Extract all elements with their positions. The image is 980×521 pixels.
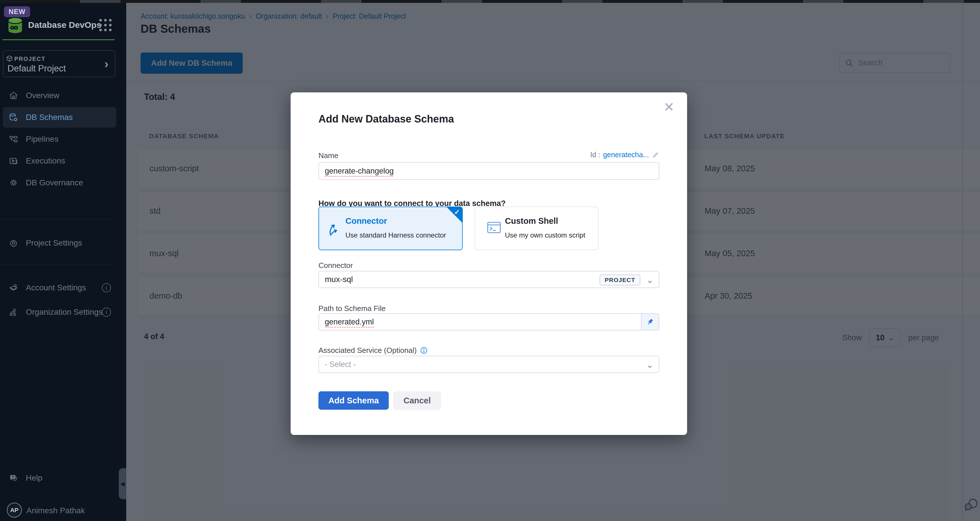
info-icon[interactable]: i	[102, 308, 111, 317]
name-label: Name	[318, 151, 338, 160]
check-icon: ✓	[454, 208, 460, 216]
sidebar-item-label: DB Schemas	[26, 113, 73, 122]
service-placeholder: - Select -	[325, 360, 356, 369]
project-selector[interactable]: PROJECT Default Project ›	[3, 50, 115, 77]
db-schema-icon	[9, 113, 18, 122]
database-devops-logo-icon	[6, 17, 25, 34]
id-label: Id :	[590, 151, 600, 159]
sidebar-item-label: Account Settings	[26, 283, 86, 292]
help-chat-icon: ?	[9, 473, 18, 483]
close-icon[interactable]: ✕	[663, 100, 675, 114]
sidebar-item-label: Overview	[26, 91, 59, 100]
sidebar-item-organization-settings[interactable]: Organization Settings i	[3, 302, 116, 322]
account-layers-icon	[9, 283, 18, 293]
sidebar-item-label: Organization Settings	[26, 308, 103, 317]
option-title: Connector	[345, 216, 387, 226]
sidebar-divider	[2, 219, 115, 219]
project-name: Default Project	[8, 64, 66, 74]
sidebar: NEW Database DevOps PROJECT Default Proj…	[0, 3, 126, 521]
screen: Account: kurosakiichigo.songoku › Organi…	[0, 0, 980, 521]
sidebar-item-help[interactable]: ? Help	[3, 468, 116, 488]
governance-gear-icon	[9, 178, 18, 188]
module-grid-icon[interactable]	[99, 19, 111, 31]
chat-support-icon[interactable]	[963, 497, 979, 513]
option-card-custom-shell[interactable]: Custom Shell Use my own custom script	[474, 207, 598, 250]
gear-icon	[9, 238, 18, 248]
path-input[interactable]: generated.yml	[318, 313, 659, 330]
pin-icon	[646, 318, 654, 326]
add-schema-button[interactable]: Add Schema	[318, 391, 389, 410]
sidebar-item-label: Project Settings	[26, 238, 82, 248]
option-card-connector[interactable]: ✓ Connector Use standard Harness connect…	[318, 207, 463, 250]
new-badge: NEW	[4, 6, 30, 17]
sidebar-item-db-schemas[interactable]: DB Schemas	[3, 107, 116, 127]
option-subtitle: Use standard Harness connector	[345, 231, 446, 239]
name-input-value: generate-changelog	[325, 167, 394, 175]
path-label: Path to Schema File	[318, 304, 386, 313]
option-subtitle: Use my own custom script	[505, 231, 585, 239]
info-icon[interactable]	[420, 347, 428, 354]
edit-pencil-icon[interactable]	[652, 151, 659, 159]
path-input-value: generated.yml	[325, 318, 374, 327]
info-icon[interactable]: i	[102, 283, 111, 292]
collapse-arrow-icon: ◀	[120, 480, 124, 487]
connector-arrows-icon	[326, 221, 341, 236]
sidebar-collapse-handle[interactable]: ◀	[119, 468, 126, 499]
home-icon	[9, 91, 18, 100]
id-value-link[interactable]: generatecha...	[603, 151, 649, 159]
executions-icon	[9, 156, 18, 166]
connector-label: Connector	[318, 261, 353, 270]
associated-service-select[interactable]: - Select - ⌄	[318, 356, 659, 373]
cancel-button[interactable]: Cancel	[393, 391, 441, 410]
sidebar-item-executions[interactable]: Executions	[3, 151, 116, 171]
chevron-down-icon: ⌄	[646, 275, 654, 285]
project-label: PROJECT	[14, 56, 45, 62]
sidebar-item-label: Help	[26, 473, 43, 483]
sidebar-item-pipelines[interactable]: Pipelines	[3, 129, 116, 150]
option-title: Custom Shell	[505, 216, 558, 226]
associated-service-row: Associated Service (Optional)	[318, 346, 428, 355]
connector-select[interactable]: mux-sql PROJECT ⌄	[318, 271, 659, 288]
svg-text:?: ?	[12, 475, 14, 480]
modal-title: Add New Database Schema	[318, 113, 454, 125]
sidebar-item-overview[interactable]: Overview	[3, 85, 116, 106]
sidebar-item-account-settings[interactable]: Account Settings i	[3, 277, 116, 298]
chevron-right-icon: ›	[104, 57, 108, 71]
schema-id-row: Id : generatecha...	[590, 151, 659, 159]
user-avatar[interactable]: AP	[7, 503, 22, 518]
sidebar-item-label: Executions	[26, 156, 65, 166]
app-name: Database DevOps	[28, 20, 101, 30]
user-name[interactable]: Animesh Pathak	[26, 506, 85, 515]
pin-button[interactable]	[641, 314, 659, 330]
project-cube-icon	[6, 55, 13, 62]
sidebar-item-label: DB Governance	[26, 178, 83, 187]
name-input[interactable]: generate-changelog	[318, 162, 659, 180]
browser-chrome-sliver	[0, 0, 980, 3]
brand-divider	[2, 39, 115, 40]
scope-badge: PROJECT	[600, 274, 640, 285]
sidebar-divider	[2, 264, 115, 265]
sidebar-item-label: Pipelines	[26, 135, 59, 144]
associated-service-label: Associated Service (Optional)	[318, 346, 417, 355]
terminal-icon	[487, 220, 501, 235]
add-schema-modal: ✕ Add New Database Schema Name Id : gene…	[291, 92, 687, 435]
pipelines-icon	[9, 134, 18, 144]
sidebar-item-project-settings[interactable]: Project Settings	[3, 233, 116, 253]
connector-value: mux-sql	[325, 275, 353, 284]
chevron-down-icon: ⌄	[646, 360, 654, 370]
sidebar-item-db-governance[interactable]: DB Governance	[3, 172, 116, 193]
organization-icon	[9, 307, 18, 317]
